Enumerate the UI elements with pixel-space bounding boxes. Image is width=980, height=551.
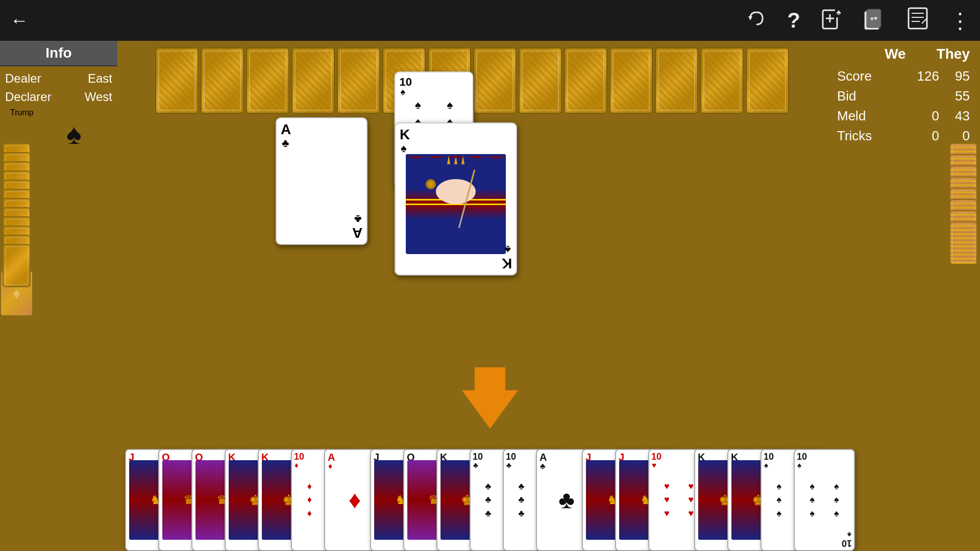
score-panel: We They Score 126 95 Bid 55 Meld 0 43 Tr… [827, 41, 980, 151]
meld-row: Meld 0 43 [837, 106, 970, 126]
svg-rect-9 [909, 8, 927, 29]
tricks-they: 0 [939, 128, 970, 144]
south-hand-area: J ♦ ♞ J ♦ Q ♦ ♛ Q ♦ Q ♦ ♛ [0, 439, 980, 551]
west-card-11 [3, 244, 31, 287]
trump-suit-icon: ♠ [5, 117, 112, 151]
east-played-card[interactable]: K ♠ [395, 122, 517, 276]
trump-label: Trump [10, 108, 34, 117]
score-we: 126 [909, 68, 939, 84]
bid-label: Bid [837, 88, 909, 104]
toolbar: ← ? ♣ ♠♥ [0, 0, 980, 41]
trump-row: Trump [5, 106, 112, 117]
dealer-row: Dealer East [5, 69, 112, 88]
tricks-we: 0 [909, 128, 939, 144]
info-panel: Info Dealer East Declarer West Trump ♠ [0, 41, 117, 154]
declarer-label: Declarer [5, 90, 52, 104]
east-hand-area [944, 143, 980, 337]
svg-marker-0 [748, 16, 752, 20]
score-label: Score [837, 68, 909, 84]
declarer-row: Declarer West [5, 88, 112, 106]
score-header: We They [837, 46, 970, 62]
meld-they: 43 [939, 108, 970, 124]
undo-button[interactable] [746, 8, 767, 33]
hand-card-19[interactable]: 10 ♠ ♠ ♠ ♠ ♠ ♠ ♠ 10 ♠ [794, 449, 855, 551]
bid-we [909, 88, 939, 104]
they-header: They [937, 46, 970, 62]
deck-button[interactable]: ♠♥ [864, 7, 886, 34]
score-row: Score 126 95 [837, 66, 970, 86]
declarer-value: West [85, 90, 112, 104]
add-card-button[interactable]: ♣ [821, 7, 843, 34]
west-played-card[interactable]: A ♣ A ♣ [276, 117, 368, 245]
bid-they: 55 [939, 88, 970, 104]
meld-we: 0 [909, 108, 939, 124]
dealer-label: Dealer [5, 71, 41, 86]
score-they: 95 [939, 68, 970, 84]
we-header: We [885, 46, 906, 62]
turn-indicator [462, 367, 518, 429]
more-button[interactable]: ⋮ [949, 8, 970, 33]
bid-row: Bid 55 [837, 86, 970, 106]
help-button[interactable]: ? [787, 8, 800, 33]
west-hand-area [0, 143, 36, 337]
meld-label: Meld [837, 108, 909, 124]
dealer-value: East [88, 71, 112, 86]
notes-button[interactable] [906, 7, 929, 34]
east-card-7 [949, 221, 977, 265]
info-title: Info [0, 41, 117, 66]
back-button[interactable]: ← [10, 10, 29, 31]
tricks-row: Tricks 0 0 [837, 126, 970, 146]
svg-text:♣: ♣ [836, 8, 841, 16]
svg-text:♠♥: ♠♥ [870, 15, 877, 22]
tricks-label: Tricks [837, 128, 909, 144]
